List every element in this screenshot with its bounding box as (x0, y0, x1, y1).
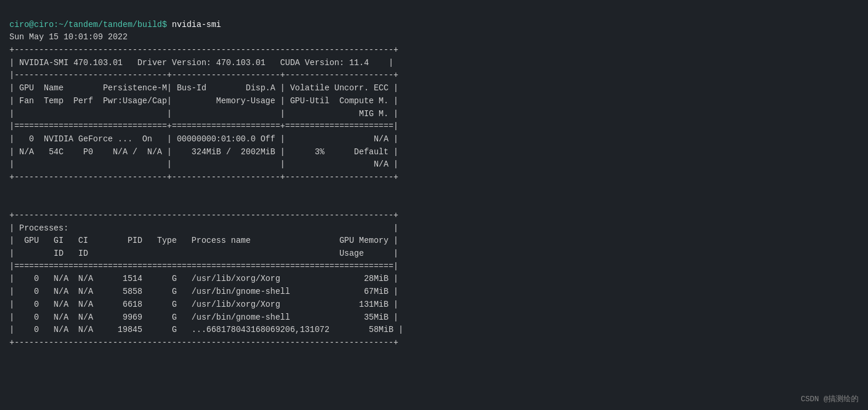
shell-command: nvidia-smi (167, 20, 221, 29)
prompt-line: ciro@ciro:~/tandem/tandem/build$ nvidia-… (9, 20, 221, 29)
nvidia-smi-output: +---------------------------------------… (9, 44, 859, 350)
date-line: Sun May 15 10:01:09 2022 (9, 32, 128, 42)
watermark-text: CSDN @搞测绘的 (801, 395, 859, 404)
shell-prompt: ciro@ciro:~/tandem/tandem/build$ (9, 20, 167, 29)
watermark: CSDN @搞测绘的 (801, 394, 859, 404)
terminal-output: ciro@ciro:~/tandem/tandem/build$ nvidia-… (9, 6, 859, 44)
